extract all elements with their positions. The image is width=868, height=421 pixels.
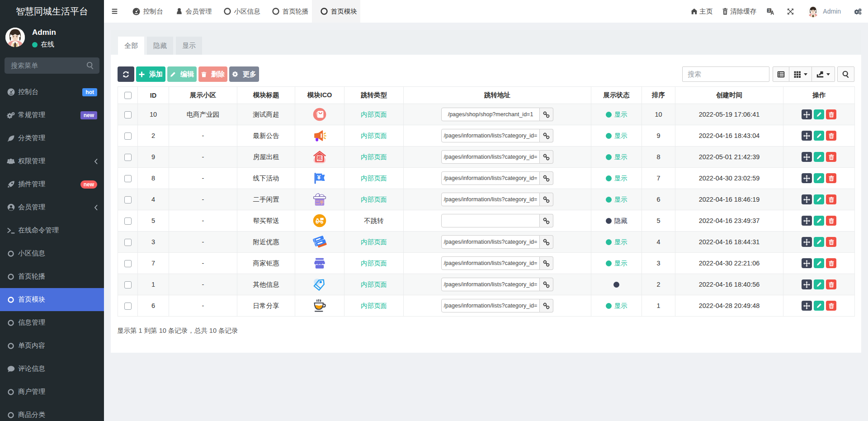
svg-text:文: 文: [768, 9, 771, 13]
svg-text:¥: ¥: [317, 174, 321, 181]
svg-text:二手: 二手: [316, 200, 325, 205]
svg-text:租: 租: [317, 155, 322, 161]
